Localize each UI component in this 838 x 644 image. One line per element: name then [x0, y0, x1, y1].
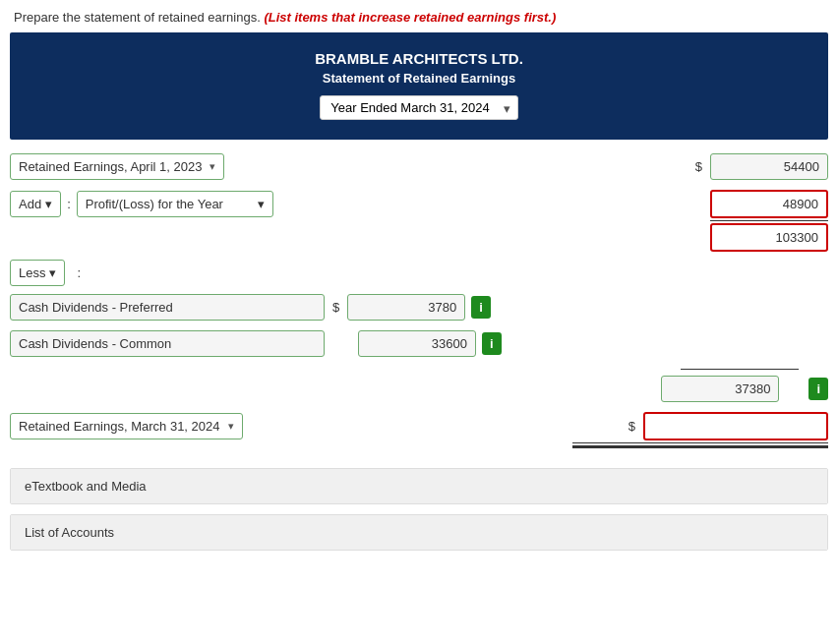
profit-loss-dropdown[interactable]: Profit/(Loss) for the Year ▾ — [77, 191, 273, 217]
less-colon: : — [77, 265, 81, 280]
instruction-text: Prepare the statement of retained earnin… — [14, 10, 261, 25]
retained-earnings-start-row: Retained Earnings, April 1, 2023 ▾ $ 544… — [10, 153, 828, 180]
less-label: Less — [19, 265, 45, 280]
retained-earnings-start-value: 54400 — [710, 153, 828, 180]
common-dividend-row: Cash Dividends - Common 33600 i — [10, 330, 828, 357]
less-row: Less ▾ : — [10, 260, 828, 286]
statement-container: BRAMBLE ARCHITECTS LTD. Statement of Ret… — [10, 32, 828, 140]
dividends-total-row: 37380 i — [10, 376, 828, 402]
top-instruction: Prepare the statement of retained earnin… — [0, 0, 838, 32]
common-dividend-label: Cash Dividends - Common — [10, 330, 325, 357]
list-of-accounts-header[interactable]: List of Accounts — [11, 515, 827, 550]
company-title: BRAMBLE ARCHITECTS LTD. — [30, 48, 808, 69]
add-dropdown[interactable]: Add ▾ — [10, 191, 61, 217]
less-chevron-icon: ▾ — [49, 265, 56, 280]
dividends-separator — [681, 369, 799, 370]
statement-subtitle: Statement of Retained Earnings — [30, 71, 808, 86]
preferred-info-button[interactable]: i — [471, 296, 491, 319]
subtotal-value: 103300 — [710, 223, 828, 252]
year-select[interactable]: Year Ended March 31, 2024 — [320, 95, 518, 120]
common-dividend-value: 33600 — [358, 330, 476, 357]
retained-earnings-end-row: Retained Earnings, March 31, 2024 ▾ $ — [10, 412, 828, 440]
add-chevron-icon: ▾ — [45, 197, 52, 211]
subtotal-separator — [710, 220, 828, 221]
retained-end-chevron-icon: ▾ — [228, 420, 234, 433]
preferred-dollar-sign: $ — [332, 300, 339, 315]
preferred-dividend-row: Cash Dividends - Preferred $ 3780 i — [10, 294, 828, 321]
retained-earnings-start-label: Retained Earnings, April 1, 2023 — [19, 159, 202, 174]
preferred-dividend-label: Cash Dividends - Preferred — [10, 294, 325, 321]
profit-chevron-icon: ▾ — [258, 197, 265, 211]
profit-loss-label: Profit/(Loss) for the Year — [86, 197, 223, 211]
dollar-sign-start: $ — [695, 159, 702, 174]
preferred-dividend-value: 3780 — [347, 294, 465, 321]
common-info-button[interactable]: i — [482, 332, 502, 355]
retained-earnings-end-dropdown[interactable]: Retained Earnings, March 31, 2024 ▾ — [10, 413, 243, 439]
etextbook-header[interactable]: eTextbook and Media — [11, 469, 827, 503]
retained-earnings-start-dropdown[interactable]: Retained Earnings, April 1, 2023 ▾ — [10, 153, 224, 180]
retained-earnings-end-input[interactable] — [643, 412, 828, 440]
less-dropdown[interactable]: Less ▾ — [10, 260, 65, 286]
etextbook-section: eTextbook and Media — [10, 468, 828, 504]
retained-earnings-start-chevron-icon: ▾ — [210, 160, 215, 173]
list-of-accounts-section: List of Accounts — [10, 514, 828, 551]
instruction-highlight: (List items that increase retained earni… — [264, 10, 556, 25]
dividends-total-value: 37380 — [661, 376, 779, 402]
total-info-button[interactable]: i — [808, 378, 828, 400]
add-colon: : — [67, 197, 71, 211]
add-label: Add — [19, 197, 41, 211]
add-profit-row: Add ▾ : Profit/(Loss) for the Year ▾ 489… — [10, 190, 828, 218]
profit-value: 48900 — [710, 190, 828, 218]
retained-earnings-end-label: Retained Earnings, March 31, 2024 — [19, 419, 220, 434]
dollar-sign-end: $ — [628, 419, 635, 434]
subtotal-row: 103300 — [10, 223, 828, 252]
